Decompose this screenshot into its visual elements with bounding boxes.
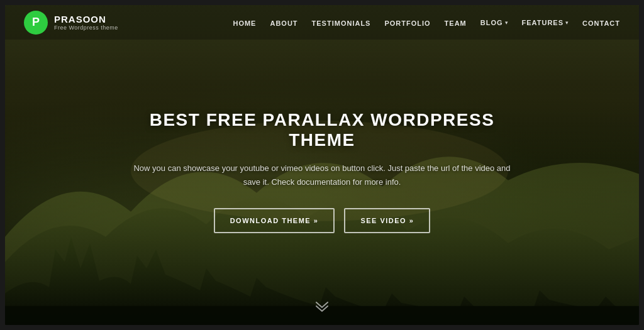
nav-item-portfolio[interactable]: PORTFOLIO: [384, 17, 430, 28]
nav-dropdown-features[interactable]: FEATURES ▾: [522, 19, 569, 26]
nav-item-team[interactable]: TEAM: [445, 17, 467, 28]
navbar: P PRASOON Free Wordpress theme HOME ABOU…: [5, 5, 639, 40]
scroll-indicator[interactable]: [315, 301, 329, 312]
nav-link-testimonials[interactable]: TESTIMONIALS: [312, 19, 371, 27]
nav-item-features[interactable]: FEATURES ▾: [522, 19, 569, 26]
nav-item-contact[interactable]: CONTACT: [582, 17, 620, 28]
outer-frame: P PRASOON Free Wordpress theme HOME ABOU…: [0, 0, 644, 330]
nav-link-about[interactable]: ABOUT: [270, 19, 297, 27]
nav-link-home[interactable]: HOME: [233, 19, 256, 27]
nav-item-home[interactable]: HOME: [233, 17, 256, 28]
brand-name: PRASOON: [54, 14, 118, 25]
nav-item-blog[interactable]: BLOG ▾: [480, 19, 508, 26]
brand-tagline: Free Wordpress theme: [54, 25, 118, 31]
logo-circle: P: [24, 11, 48, 35]
inner-frame: P PRASOON Free Wordpress theme HOME ABOU…: [5, 5, 639, 325]
hero-subtitle: Now you can showcase your youtube or vim…: [133, 161, 511, 189]
nav-item-testimonials[interactable]: TESTIMONIALS: [312, 17, 371, 28]
hero-title: BEST FREE PARALLAX WORDPRESS THEME: [133, 109, 511, 150]
nav-item-about[interactable]: ABOUT: [270, 17, 297, 28]
features-dropdown-arrow: ▾: [565, 19, 569, 26]
logo-area[interactable]: P PRASOON Free Wordpress theme: [24, 11, 118, 35]
nav-link-features[interactable]: FEATURES: [522, 19, 564, 26]
hero-content: BEST FREE PARALLAX WORDPRESS THEME Now y…: [133, 109, 511, 233]
scroll-down-icon: [315, 301, 329, 312]
nav-links: HOME ABOUT TESTIMONIALS PORTFOLIO TEAM B…: [233, 17, 620, 28]
nav-dropdown-blog[interactable]: BLOG ▾: [480, 19, 508, 26]
nav-link-blog[interactable]: BLOG: [480, 19, 503, 26]
logo-letter: P: [32, 16, 40, 29]
download-theme-button[interactable]: DOWNLOAD THEME »: [214, 208, 335, 233]
nav-link-team[interactable]: TEAM: [445, 19, 467, 27]
blog-dropdown-arrow: ▾: [505, 19, 508, 26]
nav-link-portfolio[interactable]: PORTFOLIO: [384, 19, 430, 27]
see-video-button[interactable]: SEE VIDEO »: [344, 208, 430, 233]
hero-buttons: DOWNLOAD THEME » SEE VIDEO »: [133, 208, 511, 233]
logo-text: PRASOON Free Wordpress theme: [54, 14, 118, 31]
nav-link-contact[interactable]: CONTACT: [582, 19, 620, 27]
